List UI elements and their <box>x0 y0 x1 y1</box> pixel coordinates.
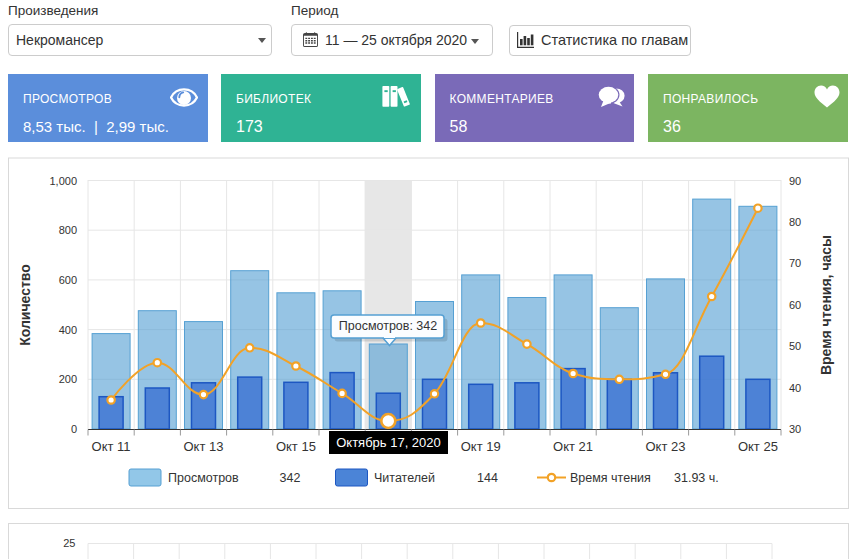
svg-text:Октябрь 17, 2020: Октябрь 17, 2020 <box>336 435 441 450</box>
svg-text:25: 25 <box>63 537 75 549</box>
svg-text:Окт 21: Окт 21 <box>553 439 593 454</box>
svg-text:800: 800 <box>59 224 77 236</box>
svg-text:600: 600 <box>59 274 77 286</box>
svg-text:1,000: 1,000 <box>49 175 77 187</box>
svg-text:0: 0 <box>71 423 77 435</box>
svg-text:Окт 13: Окт 13 <box>184 439 224 454</box>
svg-text:Окт 19: Окт 19 <box>461 439 501 454</box>
svg-text:Количество: Количество <box>17 264 33 346</box>
svg-text:Время чтения: Время чтения <box>570 471 651 485</box>
svg-text:Просмотров: Просмотров <box>168 471 239 485</box>
svg-text:31.93 ч.: 31.93 ч. <box>674 471 719 485</box>
svg-text:400: 400 <box>59 324 77 336</box>
svg-text:Окт 15: Окт 15 <box>276 439 316 454</box>
svg-text:200: 200 <box>59 373 77 385</box>
svg-text:Окт 23: Окт 23 <box>646 439 686 454</box>
svg-text:Время чтения, часы: Время чтения, часы <box>818 235 834 375</box>
svg-text:40: 40 <box>789 382 801 394</box>
svg-text:90: 90 <box>789 175 801 187</box>
svg-text:60: 60 <box>789 299 801 311</box>
svg-text:Окт 25: Окт 25 <box>738 439 778 454</box>
svg-text:Просмотров: 342: Просмотров: 342 <box>339 319 438 333</box>
svg-text:80: 80 <box>789 216 801 228</box>
svg-text:Читателей: Читателей <box>374 471 435 485</box>
svg-text:50: 50 <box>789 340 801 352</box>
svg-text:Окт 11: Окт 11 <box>92 439 131 454</box>
svg-text:30: 30 <box>789 423 801 435</box>
svg-text:342: 342 <box>280 471 301 485</box>
svg-text:70: 70 <box>789 257 801 269</box>
svg-text:144: 144 <box>477 471 498 485</box>
